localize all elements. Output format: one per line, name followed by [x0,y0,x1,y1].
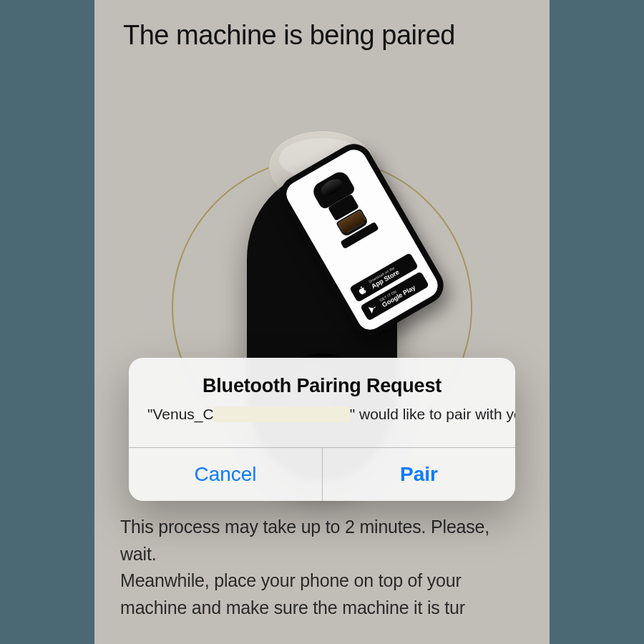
apple-icon [356,283,369,297]
alert-header: Bluetooth Pairing Request "Venus_C" woul… [129,358,515,439]
alert-title: Bluetooth Pairing Request [147,375,497,397]
redacted-device-name [214,406,350,422]
page-description: This process may take up to 2 minutes. P… [120,514,524,621]
page-title: The machine is being paired [123,20,521,51]
alert-message: "Venus_C" would like to pair with your i… [147,404,497,424]
cancel-button[interactable]: Cancel [129,448,322,501]
mini-machine-icon [308,167,386,258]
pairing-alert: Bluetooth Pairing Request "Venus_C" woul… [129,358,515,501]
alert-device-prefix: "Venus_C [147,406,214,422]
alert-device-suffix: " would like to pair with your iPhone. [350,406,515,422]
description-line-1: This process may take up to 2 minutes. P… [120,514,524,567]
alert-actions: Cancel Pair [129,448,515,501]
app-screen: The machine is being paired [94,0,550,644]
pair-button[interactable]: Pair [322,448,515,501]
google-play-icon [366,302,380,316]
description-line-2: Meanwhile, place your phone on top of yo… [120,567,524,621]
